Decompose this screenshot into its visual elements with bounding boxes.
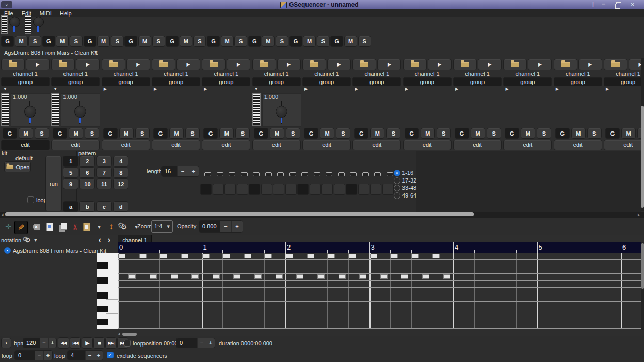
note-cell[interactable] <box>412 254 419 258</box>
channel-open-button[interactable] <box>403 59 427 70</box>
play-button[interactable]: ▶ <box>82 337 93 349</box>
pattern-pad-14[interactable] <box>358 184 369 195</box>
note-cell[interactable] <box>160 254 167 258</box>
opacity-plus-button[interactable]: + <box>231 221 243 232</box>
pattern-loop-checkbox[interactable] <box>27 196 34 203</box>
note-cell[interactable] <box>191 274 199 279</box>
channel-play-button[interactable]: ▶ <box>478 59 502 70</box>
bank-letter-button-d[interactable]: d <box>113 201 128 212</box>
pattern-pad-11[interactable] <box>321 184 333 195</box>
position-icon[interactable]: ✛ <box>2 221 14 233</box>
output-gms-s-button[interactable]: S <box>111 36 124 47</box>
pad-edit-button[interactable]: edit <box>453 140 502 150</box>
channel-gms-m-button[interactable]: M <box>69 128 83 139</box>
channel-group-button[interactable]: group <box>102 77 150 86</box>
pad-edit-button[interactable]: edit <box>152 140 200 150</box>
note-cell[interactable] <box>391 254 398 258</box>
loop-l-plus-button[interactable]: + <box>43 351 52 360</box>
pattern-pad-13[interactable] <box>346 184 357 195</box>
maximize-button[interactable] <box>616 2 621 7</box>
note-cell[interactable] <box>349 254 356 258</box>
channel-gms-s-button[interactable]: S <box>336 128 350 139</box>
note-cell[interactable] <box>370 254 377 258</box>
output-gms-g-button[interactable]: G <box>330 36 343 47</box>
channel-gms-s-button[interactable]: S <box>386 128 400 139</box>
bpm-minus-button[interactable]: − <box>40 338 48 348</box>
channel-gms-g-button[interactable]: G <box>605 128 620 139</box>
note-cell[interactable] <box>296 274 303 279</box>
channel-gms-s-button[interactable]: S <box>185 128 200 139</box>
bank-button-7[interactable]: 7 <box>96 167 112 178</box>
note-cell[interactable] <box>443 274 450 279</box>
channel-gms-g-button[interactable]: G <box>3 128 17 139</box>
channel-gms-g-button[interactable]: G <box>254 128 268 139</box>
note-cell[interactable] <box>286 254 293 258</box>
channel-group-button[interactable]: group <box>302 77 351 86</box>
channel-group-button[interactable]: group <box>403 77 452 86</box>
pad-edit-button[interactable]: edit <box>554 140 602 150</box>
pad-edit-button[interactable]: edit <box>352 140 401 150</box>
channel-group-button[interactable]: group <box>604 77 644 86</box>
channel-group-button[interactable]: group <box>503 77 552 86</box>
output-gms-g-button[interactable]: G <box>289 36 302 47</box>
position-spin[interactable]: 0−+ <box>176 338 215 348</box>
bank-letter-button-c[interactable]: c <box>96 201 112 212</box>
channel-expander-icon[interactable]: ▼ <box>53 87 57 91</box>
channel-gms-m-button[interactable]: M <box>521 128 535 139</box>
bank-button-8[interactable]: 8 <box>113 167 128 178</box>
note-cell[interactable] <box>128 274 136 279</box>
piano-black-key[interactable] <box>97 319 108 325</box>
bpm-plus-button[interactable]: + <box>48 338 56 348</box>
loop-r-plus-button[interactable]: + <box>94 351 103 360</box>
bank-button-11[interactable]: 11 <box>96 178 112 189</box>
channel-gms-s-button[interactable]: S <box>35 128 49 139</box>
note-cell[interactable] <box>359 274 366 279</box>
pattern-pad-6[interactable] <box>261 184 272 195</box>
loop-l-spin[interactable]: 0−+ <box>14 350 53 360</box>
bank-button-12[interactable]: 12 <box>113 178 128 189</box>
channel-open-button[interactable] <box>554 59 577 70</box>
pad-edit-button[interactable]: edit <box>302 140 351 150</box>
channel-gms-s-button[interactable]: S <box>286 128 300 139</box>
channel-gms-g-button[interactable]: G <box>53 128 67 139</box>
channel-play-button[interactable]: ▶ <box>76 59 100 70</box>
channel-group-button[interactable]: group <box>252 77 301 86</box>
channel-play-button[interactable]: ▶ <box>126 59 150 70</box>
pattern-pad-12[interactable] <box>334 184 345 195</box>
machine-selector-arrow-icon[interactable]: ▾ <box>94 48 98 55</box>
pattern-pad-4[interactable] <box>237 184 248 195</box>
output-gms-m-button[interactable]: M <box>180 36 192 47</box>
channel-expander-icon[interactable]: ▶ <box>556 87 559 91</box>
channel-gms-m-button[interactable]: M <box>219 128 234 139</box>
channel-gms-m-button[interactable]: M <box>370 128 384 139</box>
channel-expander-icon[interactable]: ▶ <box>304 87 308 91</box>
channel-gms-m-button[interactable]: M <box>119 128 134 139</box>
menu-midi[interactable]: MIDI <box>40 10 52 17</box>
rewind-button[interactable]: ◀◀ <box>58 337 69 349</box>
edit-icon[interactable]: ✎ <box>14 221 28 234</box>
note-cell[interactable] <box>254 274 262 279</box>
channel-gms-s-button[interactable]: S <box>487 128 501 139</box>
pad-edit-button[interactable]: edit <box>252 140 301 150</box>
previous-button[interactable]: |◀◀ <box>70 337 81 349</box>
output-gms-m-button[interactable]: M <box>15 36 28 47</box>
bank-button-2[interactable]: 2 <box>79 156 95 167</box>
channel-gms-g-button[interactable]: G <box>354 128 368 139</box>
channel-expander-icon[interactable]: ▶ <box>204 87 207 91</box>
channel-gms-g-button[interactable]: G <box>405 128 419 139</box>
pattern-pad-8[interactable] <box>285 184 297 195</box>
pad-edit-button[interactable]: edit <box>202 140 250 150</box>
bottom-expander-button[interactable]: › <box>1 338 11 348</box>
offset-radio-17-32[interactable] <box>394 177 400 184</box>
channel-play-button[interactable]: ▶ <box>528 59 552 70</box>
piano-black-key[interactable] <box>97 277 108 284</box>
opacity-spin[interactable]: 0.800−+ <box>199 220 243 233</box>
pad-edit-button[interactable]: edit <box>503 140 552 150</box>
bank-button-10[interactable]: 10 <box>79 178 95 189</box>
output-gms-g-button[interactable]: G <box>207 36 220 47</box>
note-cell[interactable] <box>150 274 157 279</box>
pattern-pad-2[interactable] <box>213 184 224 195</box>
channel-play-button[interactable]: ▶ <box>377 59 401 70</box>
bpm-spin[interactable]: 120−+ <box>23 338 57 348</box>
channel-expander-icon[interactable]: ▶ <box>154 87 157 91</box>
